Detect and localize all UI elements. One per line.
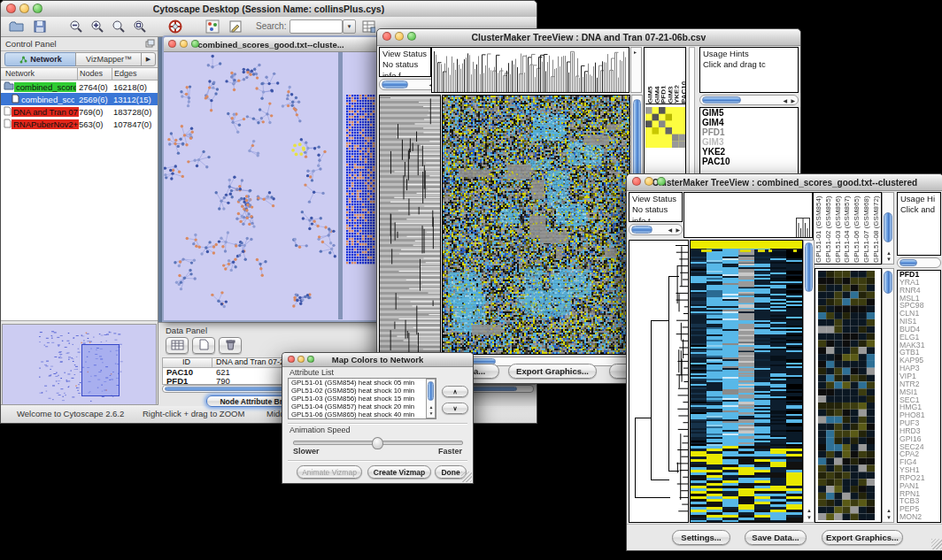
close-button[interactable] — [6, 4, 16, 13]
annotation-icon[interactable] — [226, 19, 245, 35]
search-dropdown-arrow[interactable]: ▼ — [343, 19, 356, 34]
network-view-window: combined_scores_good.txt--cluste... — [162, 35, 380, 322]
tv1-usage-hints: Usage HintsClick and drag tc — [699, 47, 799, 93]
gene-label[interactable]: YKE2 — [700, 147, 798, 157]
tv2-vscrollbar[interactable]: ▲ ▼ — [803, 240, 815, 523]
attribute-table-icon[interactable] — [359, 19, 378, 35]
minimize-button[interactable] — [645, 177, 653, 186]
tv1-column-dendrogram[interactable] — [431, 47, 629, 93]
tv2-status-scrollbar[interactable]: ◀ ▶ — [629, 224, 683, 235]
main-titlebar[interactable]: Cytoscape Desktop (Session Name: collins… — [1, 1, 537, 18]
desktop: Cytoscape Desktop (Session Name: collins… — [0, 0, 942, 560]
tv1-heatmap[interactable] — [442, 95, 630, 355]
minimize-button[interactable] — [297, 356, 305, 363]
tv1-strip — [689, 47, 695, 192]
zoom-button[interactable] — [33, 4, 42, 13]
zoom-button[interactable] — [657, 177, 666, 186]
search-label: Search: — [256, 21, 286, 31]
close-button[interactable] — [288, 356, 295, 363]
tab-overflow-button[interactable]: ▶ — [141, 52, 156, 66]
animation-speed-slider[interactable] — [293, 441, 463, 445]
tv2-zoom-heatmap[interactable] — [818, 271, 875, 520]
gene-label[interactable]: GIM5 — [700, 108, 798, 118]
move-down-button[interactable]: ∨ — [442, 403, 468, 414]
tv2-gene-list[interactable]: PFD1YRA1RNR4MSL1SPC98CLN1NIS1BUD4ELG1MAK… — [897, 270, 941, 523]
treeview1-title: ClusterMaker TreeView : DNA and Tran 07-… — [472, 32, 706, 42]
treeview1-titlebar[interactable]: ClusterMaker TreeView : DNA and Tran 07-… — [377, 29, 800, 46]
treeview2-titlebar[interactable]: ClusterMaker TreeView : combined_scores_… — [627, 174, 942, 191]
resize-grip[interactable] — [461, 472, 472, 482]
gene-label[interactable]: PAC10 — [700, 157, 798, 166]
tv2-labels-vscrollbar[interactable]: ▲ ▼ — [882, 192, 894, 265]
export-graphics-button[interactable]: Export Graphics... — [822, 530, 903, 545]
tv2-zoom-vscrollbar[interactable]: ▲ ▼ — [882, 268, 894, 523]
zoom-button[interactable] — [191, 40, 199, 48]
tv2-row-dendrogram[interactable] — [629, 240, 689, 523]
gene-label[interactable]: GIM4 — [700, 118, 798, 127]
treeview2-title: ClusterMaker TreeView : combined_scores_… — [652, 178, 917, 188]
tv1-row-dendrogram[interactable] — [379, 95, 441, 355]
zoom-button[interactable] — [307, 356, 314, 363]
dialog-titlebar[interactable]: Map Colors to Network — [282, 353, 473, 367]
slider-knob[interactable] — [372, 437, 383, 449]
open-folder-icon[interactable] — [6, 19, 26, 35]
gene-label[interactable]: GIM3 — [700, 137, 798, 147]
zoom-button[interactable] — [407, 32, 416, 41]
close-button[interactable] — [632, 177, 641, 186]
folder-icon — [4, 81, 14, 92]
new-attribute-button[interactable] — [192, 337, 215, 354]
scroll-right-icon: ▶ — [791, 98, 795, 104]
tv1-mini-vscroll[interactable]: ▸ — [630, 47, 642, 93]
search-input[interactable] — [290, 19, 343, 34]
tv2-column-dendrogram[interactable] — [683, 192, 813, 238]
array-label: PAC10 — [679, 49, 686, 104]
vizmapper-nodes-icon[interactable] — [203, 19, 222, 35]
network-row-combined-sco-selected[interactable]: combined_sco 2569(6) 13112(15) — [1, 93, 158, 105]
zoom-in-icon[interactable] — [88, 19, 107, 35]
network-canvas[interactable] — [164, 52, 378, 319]
minimize-button[interactable] — [180, 40, 188, 48]
settings-button[interactable]: Settings... — [672, 530, 730, 545]
tab-vizmapper[interactable]: VizMapper™ — [75, 52, 143, 66]
tv2-heatmap[interactable] — [690, 240, 803, 523]
scroll-up-icon: ▲ — [886, 508, 892, 513]
minimize-button[interactable] — [19, 4, 29, 13]
tv1-global-minimap[interactable] — [645, 107, 685, 148]
attribute-select-button[interactable] — [166, 337, 189, 354]
gene-label[interactable]: MON2 — [898, 513, 940, 521]
animate-vizmap-button[interactable]: Animate Vizmap — [297, 465, 362, 479]
close-button[interactable] — [168, 40, 176, 48]
network-overview-panel — [2, 324, 157, 407]
tv1-hints-scrollbar[interactable]: ◀ ▶ — [699, 95, 799, 105]
zoom-selected-icon[interactable] — [109, 19, 128, 35]
move-up-button[interactable]: ∧ — [442, 386, 468, 397]
close-button[interactable] — [382, 32, 391, 41]
save-data-button[interactable]: Save Data... — [745, 530, 807, 545]
float-window-icon[interactable] — [143, 38, 156, 49]
tab-network[interactable]: Network — [4, 52, 77, 66]
gene-label[interactable]: PFD1 — [700, 127, 798, 137]
network-list-whitespace — [1, 129, 158, 321]
scroll-down-icon: ▼ — [886, 257, 892, 262]
tv1-export-graphics-button[interactable]: Export Graphics... — [508, 364, 597, 379]
delete-attribute-button[interactable] — [219, 337, 242, 354]
create-vizmap-button[interactable]: Create Vizmap — [367, 465, 431, 479]
network-row-dna-tran[interactable]: DNA and Tran 07 769(0) 183728(0) — [1, 105, 158, 118]
zoom-fit-icon[interactable] — [130, 19, 150, 35]
array-label: GPL51-04 (GSM857) — [843, 194, 853, 263]
network-overview-thumbnail[interactable] — [4, 326, 154, 404]
col-header-id[interactable]: ID — [182, 357, 190, 366]
zoom-out-icon[interactable] — [66, 19, 86, 35]
minimize-button[interactable] — [395, 32, 404, 41]
help-lifering-icon[interactable] — [166, 19, 185, 35]
scroll-up-icon: ▲ — [429, 404, 434, 410]
resize-grip[interactable] — [931, 539, 942, 549]
attribute-listbox[interactable]: GPL51-01 (GSM854) heat shock 05 minGPL51… — [288, 378, 436, 419]
network-row-combined-scores[interactable]: combined_scores 2764(0) 16218(0) — [1, 81, 158, 93]
slower-label: Slower — [293, 447, 320, 456]
tv2-hints-scrollbar[interactable] — [897, 257, 941, 268]
network-row-rnapuber[interactable]: RNAPuberNov2+ 563(0) 107847(0) — [1, 118, 158, 130]
attribute-list-vscrollbar[interactable]: ▲ ▼ — [426, 379, 436, 418]
array-label: PFD1 — [659, 49, 666, 104]
save-icon[interactable] — [30, 19, 50, 35]
